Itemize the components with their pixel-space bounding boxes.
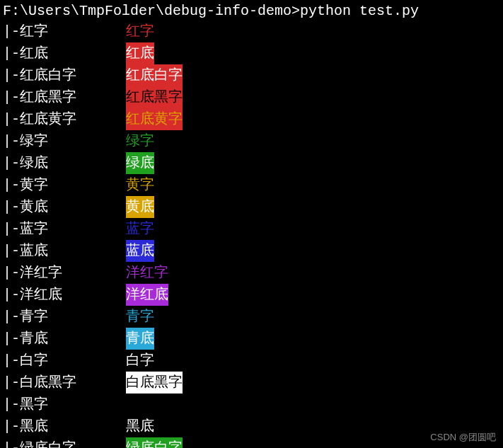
row-prefix: |- [3, 174, 20, 196]
watermark: CSDN @团圆吧 [430, 431, 496, 444]
output-row: |-白底黑字白底黑字 [3, 372, 500, 394]
row-sample: 洋红底 [126, 284, 168, 306]
output-row: |-红底黑字红底黑字 [3, 86, 500, 108]
row-sample: 绿底 [126, 152, 154, 174]
row-sample: 红底 [126, 42, 154, 64]
output-row: |-绿字绿字 [3, 130, 500, 152]
row-sample: 白字 [126, 350, 154, 372]
output-row: |-黄字黄字 [3, 174, 500, 196]
row-prefix: |- [3, 372, 20, 394]
output-row: |-红底白字红底白字 [3, 64, 500, 86]
row-sample: 红底黑字 [126, 86, 183, 108]
row-sample: 白底黑字 [126, 372, 183, 394]
row-prefix: |- [3, 284, 20, 306]
output-row: |-黑底黑底 [3, 415, 500, 437]
row-label: 红底 [20, 42, 126, 64]
row-prefix: |- [3, 328, 20, 350]
output-row: |-绿底白字绿底白字 [3, 437, 500, 448]
row-prefix: |- [3, 394, 20, 415]
row-prefix: |- [3, 240, 20, 262]
row-sample: 黑字 [126, 394, 154, 415]
row-prefix: |- [3, 130, 20, 152]
row-prefix: |- [3, 42, 20, 64]
row-label: 黑底 [20, 415, 126, 437]
output-row: |-蓝字蓝字 [3, 218, 500, 240]
row-sample: 绿底白字 [126, 437, 183, 448]
row-label: 红字 [20, 21, 126, 42]
output-row: |-红底红底 [3, 42, 500, 64]
output-row: |-洋红字洋红字 [3, 262, 500, 284]
row-prefix: |- [3, 262, 20, 284]
row-sample: 蓝字 [126, 218, 154, 240]
row-label: 洋红底 [20, 284, 126, 306]
row-prefix: |- [3, 152, 20, 174]
output-row: |-红字红字 [3, 21, 500, 42]
output-row: |-青底青底 [3, 328, 500, 350]
row-label: 蓝字 [20, 218, 126, 240]
row-sample: 黑底 [126, 415, 154, 437]
output-row: |-洋红底洋红底 [3, 284, 500, 306]
row-label: 绿底白字 [20, 437, 126, 448]
row-prefix: |- [3, 306, 20, 328]
row-sample: 红底白字 [126, 64, 183, 86]
output-row: |-白字白字 [3, 350, 500, 372]
row-label: 蓝底 [20, 240, 126, 262]
output-lines: |-红字红字|-红底红底|-红底白字红底白字|-红底黑字红底黑字|-红底黄字红底… [3, 21, 500, 448]
row-sample: 红底黄字 [126, 108, 183, 130]
row-label: 青字 [20, 306, 126, 328]
command-prompt: F:\Users\TmpFolder\debug-info-demo>pytho… [3, 3, 500, 19]
row-label: 黄字 [20, 174, 126, 196]
row-prefix: |- [3, 437, 20, 448]
row-label: 绿字 [20, 130, 126, 152]
row-sample: 青底 [126, 328, 154, 350]
row-prefix: |- [3, 64, 20, 86]
output-row: |-黑字黑字 [3, 394, 500, 415]
row-sample: 黄底 [126, 196, 154, 218]
row-sample: 蓝底 [126, 240, 154, 262]
row-sample: 绿字 [126, 130, 154, 152]
row-sample: 青字 [126, 306, 154, 328]
output-row: |-黄底黄底 [3, 196, 500, 218]
row-label: 红底黑字 [20, 86, 126, 108]
row-prefix: |- [3, 218, 20, 240]
row-sample: 黄字 [126, 174, 154, 196]
row-label: 青底 [20, 328, 126, 350]
row-prefix: |- [3, 415, 20, 437]
row-prefix: |- [3, 21, 20, 42]
row-label: 黄底 [20, 196, 126, 218]
row-prefix: |- [3, 108, 20, 130]
output-row: |-蓝底蓝底 [3, 240, 500, 262]
row-sample: 红字 [126, 21, 154, 42]
row-label: 白字 [20, 350, 126, 372]
row-prefix: |- [3, 350, 20, 372]
row-label: 白底黑字 [20, 372, 126, 394]
row-label: 洋红字 [20, 262, 126, 284]
output-row: |-青字青字 [3, 306, 500, 328]
row-label: 红底黄字 [20, 108, 126, 130]
row-label: 红底白字 [20, 64, 126, 86]
row-prefix: |- [3, 86, 20, 108]
output-row: |-绿底绿底 [3, 152, 500, 174]
row-sample: 洋红字 [126, 262, 168, 284]
row-label: 黑字 [20, 394, 126, 415]
output-row: |-红底黄字红底黄字 [3, 108, 500, 130]
row-prefix: |- [3, 196, 20, 218]
row-label: 绿底 [20, 152, 126, 174]
